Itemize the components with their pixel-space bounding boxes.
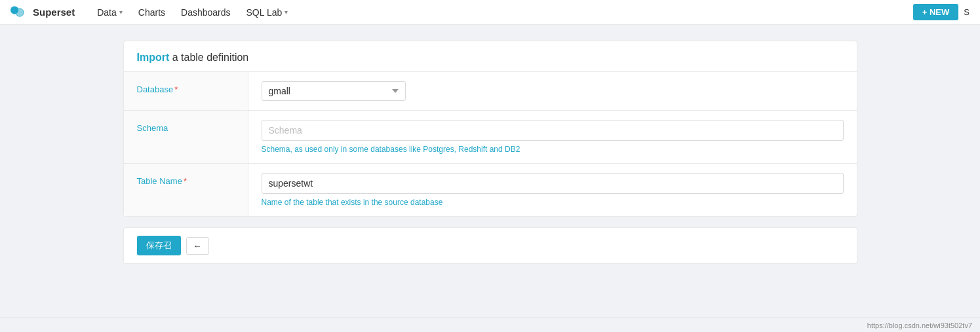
navbar: Superset Data ▾ Charts Dashboards SQL La…	[0, 0, 980, 25]
brand-name: Superset	[33, 7, 75, 18]
database-field-col: gmall	[248, 72, 857, 110]
table-name-hint: Name of the table that exists in the sou…	[262, 198, 844, 207]
database-label-col: Database*	[124, 72, 248, 110]
nav-item-data[interactable]: Data ▾	[90, 5, 129, 20]
nav-item-sqllab[interactable]: SQL Lab ▾	[240, 5, 295, 20]
brand[interactable]: Superset	[10, 6, 75, 19]
table-name-row: Table Name* Name of the table that exist…	[124, 164, 857, 216]
page-content: Import a table definition Database* gmal…	[97, 25, 884, 280]
navbar-right: + NEW S	[913, 4, 970, 20]
schema-hint: Schema, as used only in some databases l…	[262, 145, 844, 154]
superset-logo-icon	[10, 6, 29, 19]
chevron-down-icon: ▾	[119, 9, 123, 16]
page-title: Import a table definition	[124, 41, 857, 72]
schema-field-col: Schema, as used only in some databases l…	[248, 111, 857, 163]
table-name-label-col: Table Name*	[124, 164, 248, 216]
form-actions: 保存召 ←	[123, 227, 857, 264]
svg-rect-1	[16, 8, 24, 16]
nav-item-charts[interactable]: Charts	[132, 5, 172, 20]
status-bar: https://blog.csdn.net/wi93t502tv7	[0, 318, 980, 332]
schema-input[interactable]	[262, 120, 844, 141]
table-name-input[interactable]	[262, 173, 844, 194]
table-name-label: Table Name*	[137, 176, 187, 186]
user-initial: S	[964, 7, 970, 17]
database-row: Database* gmall	[124, 72, 857, 111]
status-url: https://blog.csdn.net/wi93t502tv7	[867, 322, 972, 329]
database-label: Database*	[137, 84, 178, 94]
schema-label-col: Schema	[124, 111, 248, 163]
title-highlight: Import	[137, 52, 170, 63]
schema-label: Schema	[137, 123, 168, 133]
chevron-down-icon: ▾	[284, 9, 288, 16]
nav-items: Data ▾ Charts Dashboards SQL Lab ▾	[90, 5, 913, 20]
title-suffix: a table definition	[169, 52, 248, 63]
form-card: Import a table definition Database* gmal…	[123, 41, 857, 217]
new-button[interactable]: + NEW	[913, 4, 959, 20]
database-select[interactable]: gmall	[262, 81, 406, 101]
save-button[interactable]: 保存召	[137, 236, 181, 255]
schema-row: Schema Schema, as used only in some data…	[124, 111, 857, 164]
table-name-field-col: Name of the table that exists in the sou…	[248, 164, 857, 216]
nav-item-dashboards[interactable]: Dashboards	[174, 5, 237, 20]
back-button[interactable]: ←	[186, 237, 209, 255]
